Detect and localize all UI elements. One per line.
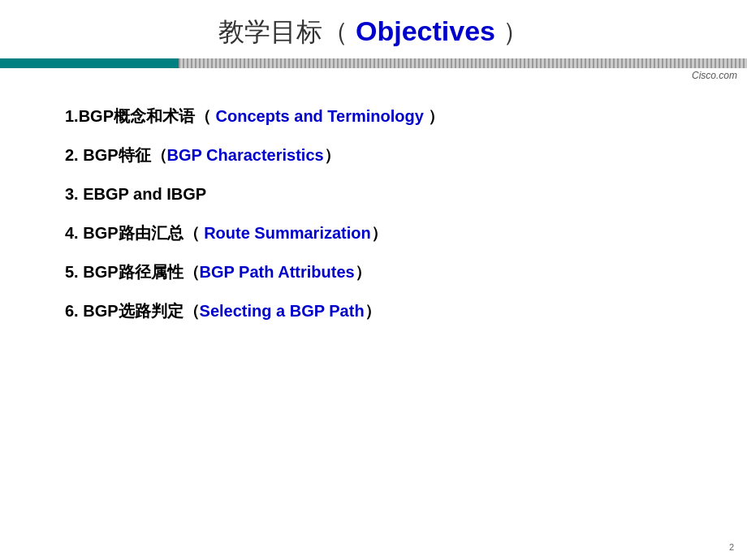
title-area: 教学目标（ Objectives ） [0, 0, 747, 58]
title-suffix: ） [495, 17, 529, 46]
item-4-prefix: 4. BGP路由汇总（ [65, 224, 204, 242]
item-1-prefix: 1.BGP概念和术语（ [65, 107, 216, 125]
page-number: 2 [729, 542, 734, 552]
item-1-suffix: ） [424, 107, 445, 125]
item-2-suffix: ） [324, 146, 340, 164]
item-5-prefix: 5. BGP路径属性（ [65, 263, 200, 281]
item-6-prefix: 6. BGP选路判定（ [65, 302, 200, 320]
item-2-prefix: 2. BGP特征（ [65, 146, 167, 164]
item-3-prefix: 3. EBGP and IBGP [65, 185, 206, 203]
list-item: 6. BGP选路判定（Selecting a BGP Path） [65, 300, 698, 321]
decorative-bar [0, 58, 747, 68]
list-item: 3. EBGP and IBGP [65, 183, 698, 205]
item-5-blue: BGP Path Attributes [200, 263, 355, 281]
title-bold: Objectives [356, 15, 495, 46]
list-item: 2. BGP特征（BGP Characteristics） [65, 144, 698, 166]
list-item: 5. BGP路径属性（BGP Path Attributes） [65, 261, 698, 282]
cisco-bar: Cisco.com [0, 68, 747, 81]
item-6-suffix: ） [365, 302, 381, 320]
item-6-blue: Selecting a BGP Path [200, 302, 365, 320]
item-2-blue: BGP Characteristics [167, 146, 324, 164]
deco-bar-stripe [179, 58, 747, 68]
item-1-blue: Concepts and Terminology [216, 107, 424, 125]
item-4-suffix: ） [371, 224, 387, 242]
item-4-blue: Route Summarization [204, 224, 371, 242]
list-item: 4. BGP路由汇总（ Route Summarization） [65, 222, 698, 243]
item-5-suffix: ） [355, 263, 371, 281]
page-title: 教学目标（ Objectives ） [218, 17, 529, 46]
cisco-label: Cisco.com [692, 70, 737, 81]
deco-bar-teal [0, 58, 179, 68]
objectives-content: 1.BGP概念和术语（ Concepts and Terminology ） 2… [0, 89, 747, 355]
list-item: 1.BGP概念和术语（ Concepts and Terminology ） [65, 106, 698, 127]
title-prefix: 教学目标（ [218, 17, 356, 46]
